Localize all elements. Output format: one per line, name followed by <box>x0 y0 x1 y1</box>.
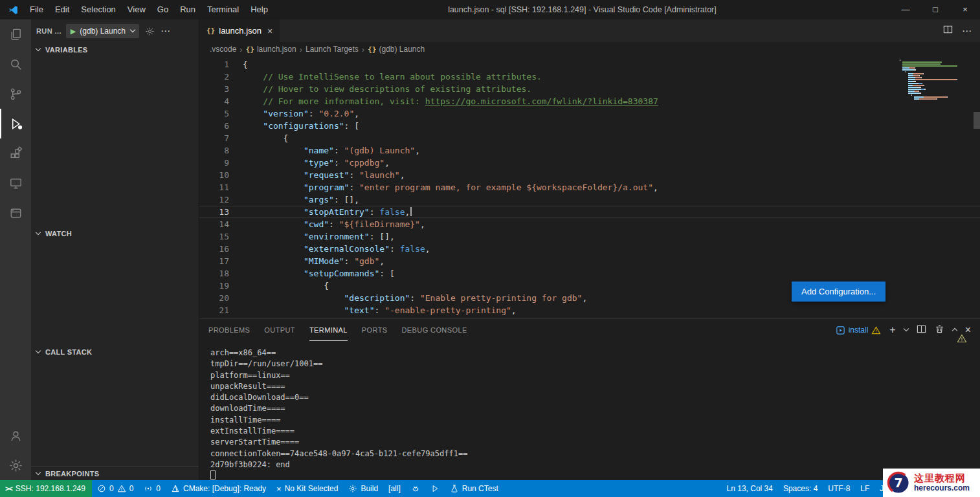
code-line[interactable]: 14 "cwd": "${fileDirname}", <box>199 218 980 230</box>
line-number[interactable]: 17 <box>207 255 229 267</box>
add-configuration-button[interactable]: Add Configuration... <box>792 282 885 302</box>
settings-gear-icon[interactable] <box>0 450 31 480</box>
status-indentation[interactable]: Spaces: 4 <box>778 480 823 497</box>
kill-terminal-icon[interactable] <box>935 324 944 337</box>
menu-run[interactable]: Run <box>174 0 201 19</box>
code-line[interactable]: 16 "externalConsole": false, <box>199 243 980 255</box>
line-number[interactable]: 13 <box>207 206 229 218</box>
search-icon[interactable] <box>0 49 31 79</box>
code-line[interactable]: 21 "text": "-enable-pretty-printing", <box>199 304 980 316</box>
code-line[interactable]: 9 "type": "cppdbg", <box>199 157 980 169</box>
minimap[interactable] <box>900 60 971 100</box>
line-number[interactable]: 16 <box>207 243 229 255</box>
code-line[interactable]: 11 "program": "enter program name, for e… <box>199 181 980 193</box>
code-line[interactable]: 4 // For more information, visit: https:… <box>199 95 980 107</box>
line-number[interactable]: 19 <box>207 280 229 292</box>
editor-more-actions-icon[interactable]: ⋯ <box>962 25 972 37</box>
line-number[interactable]: 8 <box>207 144 229 157</box>
menu-terminal[interactable]: Terminal <box>201 0 245 19</box>
line-number[interactable]: 14 <box>207 218 229 230</box>
remote-explorer-icon[interactable] <box>0 168 31 198</box>
line-number[interactable]: 2 <box>207 71 229 83</box>
split-terminal-icon[interactable] <box>917 324 926 337</box>
panel-tab-debug-console[interactable]: DEBUG CONSOLE <box>402 319 467 341</box>
extensions-icon[interactable] <box>0 138 31 168</box>
code-line[interactable]: 10 "request": "launch", <box>199 169 980 181</box>
breadcrumb-item-launch-targets[interactable]: Launch Targets <box>306 45 359 54</box>
split-editor-icon[interactable] <box>943 25 953 37</box>
status-encoding[interactable]: UTF-8 <box>823 480 855 497</box>
line-number[interactable]: 12 <box>207 193 229 206</box>
breadcrumb-item-gdb-launch[interactable]: {}(gdb) Launch <box>368 45 425 54</box>
code-line[interactable]: 5 "version": "0.2.0", <box>199 107 980 120</box>
status-build-target[interactable]: [all] <box>383 480 406 497</box>
section-variables[interactable]: VARIABLES <box>31 43 199 57</box>
menu-file[interactable]: File <box>24 0 49 19</box>
section-call-stack[interactable]: CALL STACK <box>31 345 199 359</box>
status-problems[interactable]: 00 <box>92 480 139 497</box>
launch-config-select[interactable]: ▶ (gdb) Launch <box>66 24 139 38</box>
panel-tab-ports[interactable]: PORTS <box>362 319 388 341</box>
panel-tab-output[interactable]: OUTPUT <box>264 319 295 341</box>
line-number[interactable]: 1 <box>207 58 229 71</box>
menu-go[interactable]: Go <box>151 0 174 19</box>
status-cmake-build[interactable]: Build <box>343 480 383 497</box>
status-remote-indicator[interactable]: ><SSH: 192.168.1.249 <box>0 480 92 497</box>
status-cmake-debug[interactable] <box>406 480 425 497</box>
maximize-panel-icon[interactable] <box>952 328 957 333</box>
close-button[interactable]: × <box>950 0 980 19</box>
menu-edit[interactable]: Edit <box>49 0 75 19</box>
line-number[interactable]: 7 <box>207 132 229 144</box>
debug-settings-gear-icon[interactable] <box>145 27 155 36</box>
tab-launch-json[interactable]: {} launch.json × <box>199 19 280 42</box>
debug-more-actions-icon[interactable]: ⋯ <box>161 25 171 37</box>
menu-help[interactable]: Help <box>245 0 274 19</box>
line-number[interactable]: 11 <box>207 181 229 193</box>
new-terminal-icon[interactable]: + <box>889 325 895 335</box>
status-forwarded-ports[interactable]: 0 <box>139 480 166 497</box>
breadcrumb-item-vscode[interactable]: .vscode <box>210 45 236 54</box>
line-number[interactable]: 9 <box>207 157 229 169</box>
start-debugging-icon[interactable]: ▶ <box>71 27 76 36</box>
panel-tab-terminal[interactable]: TERMINAL <box>309 319 348 341</box>
source-control-icon[interactable] <box>0 79 31 109</box>
run-debug-icon[interactable] <box>0 109 31 138</box>
status-cmake-launch[interactable] <box>425 480 445 497</box>
line-number[interactable]: 21 <box>207 304 229 316</box>
terminal-profile-install[interactable]: install <box>836 326 882 335</box>
explorer-icon[interactable] <box>0 19 31 49</box>
breadcrumb-item-launch-json[interactable]: {}launch.json <box>246 45 296 54</box>
menu-view[interactable]: View <box>122 0 151 19</box>
status-cursor-position[interactable]: Ln 13, Col 34 <box>722 480 778 497</box>
code-line[interactable]: 17 "MIMode": "gdb", <box>199 255 980 267</box>
code-line[interactable]: 2 // Use IntelliSense to learn about pos… <box>199 71 980 83</box>
account-icon[interactable] <box>0 421 31 450</box>
line-number[interactable]: 20 <box>207 292 229 304</box>
status-eol[interactable]: LF <box>855 480 874 497</box>
minimize-button[interactable]: — <box>891 0 920 19</box>
section-breakpoints[interactable]: BREAKPOINTS <box>31 466 199 480</box>
line-number[interactable]: 5 <box>207 107 229 120</box>
code-line[interactable]: 8 "name": "(gdb) Launch", <box>199 144 980 157</box>
code-line[interactable]: 15 "environment": [], <box>199 230 980 243</box>
maximize-button[interactable]: □ <box>920 0 950 19</box>
vm-targets-icon[interactable] <box>0 198 31 228</box>
line-number[interactable]: 3 <box>207 83 229 95</box>
code-line[interactable]: 1{ <box>199 58 980 71</box>
menu-selection[interactable]: Selection <box>75 0 121 19</box>
terminal-warning-icon[interactable] <box>957 333 967 344</box>
editor-scrollbar[interactable] <box>974 112 980 129</box>
code-line[interactable]: 18 "setupCommands": [ <box>199 267 980 280</box>
line-number[interactable]: 10 <box>207 169 229 181</box>
line-number[interactable]: 15 <box>207 230 229 243</box>
status-run-ctest[interactable]: Run CTest <box>445 480 504 497</box>
code-line[interactable]: 7 { <box>199 132 980 144</box>
status-cmake-kit[interactable]: ×No Kit Selected <box>271 480 343 497</box>
section-watch[interactable]: WATCH <box>31 226 199 241</box>
line-number[interactable]: 4 <box>207 95 229 107</box>
status-cmake-status[interactable]: CMake: [Debug]: Ready <box>166 480 271 497</box>
line-number[interactable]: 18 <box>207 267 229 280</box>
code-editor[interactable]: 1{2 // Use IntelliSense to learn about p… <box>199 56 980 318</box>
panel-tab-problems[interactable]: PROBLEMS <box>208 319 250 341</box>
code-line[interactable]: 13 "stopAtEntry": false, <box>199 206 980 218</box>
